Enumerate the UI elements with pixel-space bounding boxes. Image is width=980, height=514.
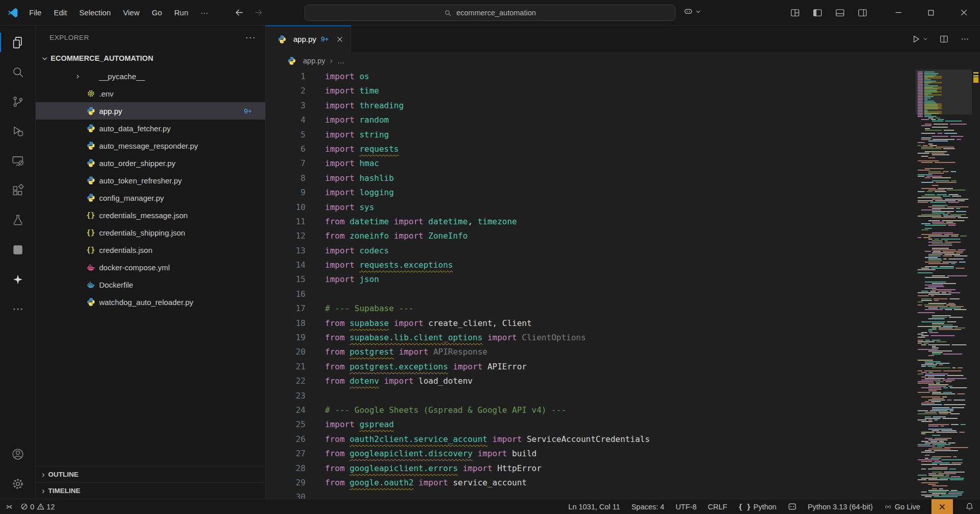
- file-item-app.py[interactable]: app.py9+: [36, 102, 265, 120]
- tools-status-button[interactable]: [931, 499, 953, 514]
- split-editor-icon[interactable]: [939, 34, 949, 44]
- line-number[interactable]: 21: [266, 360, 306, 374]
- toggle-primary-sidebar-icon[interactable]: [812, 8, 823, 18]
- line-number[interactable]: 13: [266, 244, 306, 258]
- menu-view[interactable]: View: [118, 6, 145, 19]
- code-text[interactable]: import string: [325, 128, 389, 142]
- notifications-bell[interactable]: [964, 502, 980, 511]
- indentation-status[interactable]: Spaces: 4: [632, 503, 665, 511]
- code-text[interactable]: from googleapiclient.discovery import bu…: [325, 447, 536, 461]
- code-text[interactable]: from dotenv import load_dotenv: [325, 374, 473, 388]
- code-line-1[interactable]: 1import os: [266, 69, 916, 84]
- line-number[interactable]: 20: [266, 345, 306, 359]
- code-line-12[interactable]: 12from zoneinfo import ZoneInfo: [266, 229, 916, 243]
- code-text[interactable]: import sys: [325, 200, 374, 215]
- code-text[interactable]: import gspread: [325, 417, 394, 432]
- menu-more[interactable]: ···: [195, 6, 214, 19]
- breadcrumb-symbol[interactable]: …: [337, 57, 345, 65]
- activity-settings[interactable]: [0, 469, 35, 499]
- line-number[interactable]: 5: [266, 128, 306, 142]
- code-text[interactable]: from googleapiclient.errors import HttpE…: [325, 461, 542, 476]
- code-text[interactable]: # --- Google Sheets (Gspread & Google AP…: [325, 403, 566, 417]
- file-item-auto_message_responder.py[interactable]: auto_message_responder.py: [36, 137, 265, 154]
- line-number[interactable]: 8: [266, 171, 306, 185]
- cursor-position[interactable]: Ln 1031, Col 11: [568, 503, 620, 511]
- code-text[interactable]: import requests: [325, 142, 399, 156]
- code-line-24[interactable]: 24# --- Google Sheets (Gspread & Google …: [266, 403, 916, 417]
- minimize-button[interactable]: [882, 0, 915, 25]
- code-editor[interactable]: 1import os2import time3import threading4…: [266, 69, 916, 499]
- python-interpreter-status[interactable]: Python 3.13 (64-bit): [808, 503, 873, 511]
- breadcrumb-file[interactable]: app.py: [303, 57, 325, 65]
- customize-layout-icon[interactable]: [790, 8, 800, 18]
- code-text[interactable]: # --- Supabase ---: [325, 301, 413, 316]
- timeline-section[interactable]: › TIMELINE: [36, 482, 265, 499]
- code-line-5[interactable]: 5import string: [266, 128, 916, 142]
- file-item-credentials.json[interactable]: {}credentials.json: [36, 241, 265, 259]
- menu-edit[interactable]: Edit: [48, 6, 73, 19]
- line-number[interactable]: 15: [266, 272, 306, 287]
- activity-remote-explorer[interactable]: [0, 146, 35, 176]
- go-live-button[interactable]: Go Live: [884, 503, 920, 511]
- code-line-29[interactable]: 29from google.oauth2 import service_acco…: [266, 476, 916, 490]
- tab-app-py[interactable]: app.py 9+: [266, 26, 351, 52]
- tab-close-icon[interactable]: [336, 36, 343, 43]
- line-number[interactable]: 9: [266, 185, 306, 200]
- remote-indicator[interactable]: [5, 503, 13, 511]
- code-line-26[interactable]: 26from oauth2client.service_account impo…: [266, 432, 916, 447]
- code-text[interactable]: from google.oauth2 import service_accoun…: [325, 476, 527, 490]
- code-line-10[interactable]: 10import sys: [266, 200, 916, 215]
- file-item-Dockerfile[interactable]: Dockerfile: [36, 276, 265, 293]
- menu-selection[interactable]: Selection: [74, 6, 116, 19]
- run-python-file-button[interactable]: [912, 34, 928, 44]
- line-number[interactable]: 18: [266, 316, 306, 331]
- code-line-8[interactable]: 8import hashlib: [266, 171, 916, 185]
- code-line-27[interactable]: 27from googleapiclient.discovery import …: [266, 447, 916, 461]
- activity-extensions[interactable]: [0, 176, 35, 205]
- file-item-config_manager.py[interactable]: config_manager.py: [36, 189, 265, 206]
- line-number[interactable]: 30: [266, 490, 306, 499]
- code-line-11[interactable]: 11from datetime import datetime, timezon…: [266, 215, 916, 229]
- line-number[interactable]: 7: [266, 156, 306, 171]
- code-text[interactable]: import threading: [325, 99, 404, 113]
- language-mode[interactable]: { } Python: [738, 503, 777, 511]
- code-line-7[interactable]: 7import hmac: [266, 156, 916, 171]
- file-item-.env[interactable]: .env: [36, 85, 265, 102]
- code-text[interactable]: import time: [325, 84, 379, 98]
- line-number[interactable]: 17: [266, 301, 306, 316]
- menu-file[interactable]: File: [24, 6, 47, 19]
- minimap[interactable]: [916, 69, 972, 499]
- back-arrow-icon[interactable]: [235, 8, 244, 17]
- line-number[interactable]: 2: [266, 84, 306, 98]
- code-line-4[interactable]: 4import random: [266, 113, 916, 127]
- minimap-slider[interactable]: [916, 69, 972, 114]
- code-text[interactable]: import hmac: [325, 156, 379, 171]
- file-item-__pycache__[interactable]: ›__pycache__: [36, 67, 265, 85]
- activity-extension-custom[interactable]: [0, 235, 35, 265]
- encoding-status[interactable]: UTF-8: [675, 503, 696, 511]
- code-line-13[interactable]: 13import codecs: [266, 244, 916, 258]
- code-line-17[interactable]: 17# --- Supabase ---: [266, 301, 916, 316]
- line-number[interactable]: 10: [266, 200, 306, 215]
- editor-more-actions-icon[interactable]: [960, 34, 970, 44]
- activity-testing[interactable]: [0, 205, 35, 235]
- forward-arrow-icon[interactable]: [253, 8, 263, 17]
- code-line-6[interactable]: 6import requests: [266, 142, 916, 156]
- code-text[interactable]: import requests.exceptions: [325, 258, 453, 272]
- code-text[interactable]: import codecs: [325, 244, 389, 258]
- activity-ai-assistant[interactable]: [0, 265, 35, 294]
- eol-status[interactable]: CRLF: [708, 503, 727, 511]
- code-line-20[interactable]: 20from postgrest import APIResponse: [266, 345, 916, 359]
- line-number[interactable]: 14: [266, 258, 306, 272]
- line-number[interactable]: 4: [266, 113, 306, 127]
- file-item-auto_order_shipper.py[interactable]: auto_order_shipper.py: [36, 154, 265, 172]
- file-item-watchdog_auto_reloader.py[interactable]: watchdog_auto_reloader.py: [36, 293, 265, 311]
- activity-account[interactable]: [0, 439, 35, 469]
- line-number[interactable]: 26: [266, 432, 306, 447]
- code-line-3[interactable]: 3import threading: [266, 99, 916, 113]
- overview-ruler[interactable]: [972, 69, 980, 499]
- line-number[interactable]: 23: [266, 389, 306, 403]
- code-text[interactable]: import hashlib: [325, 171, 394, 185]
- code-text[interactable]: import logging: [325, 185, 394, 200]
- code-line-25[interactable]: 25import gspread: [266, 417, 916, 432]
